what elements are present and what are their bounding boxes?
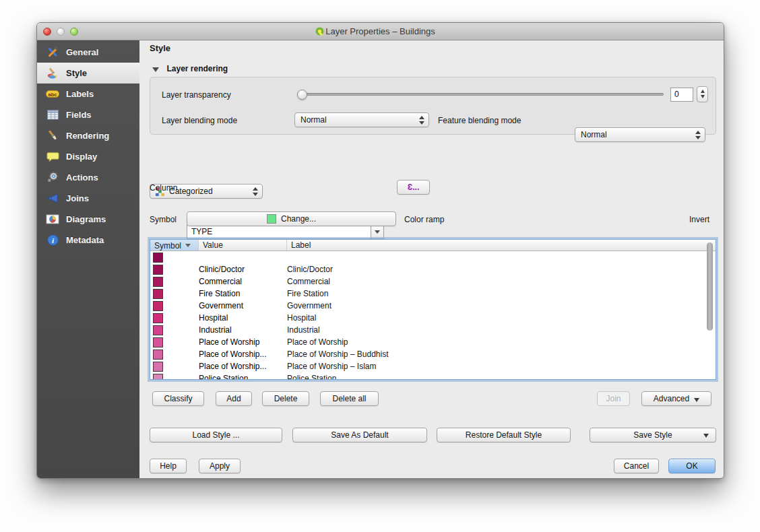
transparency-slider-handle[interactable] <box>297 90 307 100</box>
category-symbol-swatch[interactable] <box>153 362 163 372</box>
category-symbol-swatch[interactable] <box>153 374 163 380</box>
table-icon <box>46 108 59 122</box>
sidebar-item-display[interactable]: Display <box>37 146 139 167</box>
combo-arrow-icon[interactable] <box>371 225 383 238</box>
collapse-triangle-icon <box>152 67 159 72</box>
color-ramp-label: Color ramp <box>404 215 444 224</box>
ok-button[interactable]: OK <box>668 459 716 473</box>
page-title: Style <box>150 43 170 53</box>
table-row[interactable]: Fire StationFire Station <box>150 288 716 300</box>
category-symbol-swatch[interactable] <box>153 350 163 360</box>
table-row[interactable]: Place of Worship...Place of Worship – Is… <box>150 360 716 372</box>
column-header-symbol[interactable]: Symbol <box>150 240 199 251</box>
sidebar-item-diagrams[interactable]: Diagrams <box>37 209 139 230</box>
load-style-button[interactable]: Load Style ... <box>150 428 282 442</box>
category-label[interactable]: Commercial <box>287 277 716 286</box>
category-label[interactable]: Hospital <box>287 313 716 323</box>
table-scrollbar[interactable] <box>707 242 713 331</box>
save-as-default-button[interactable]: Save As Default <box>292 428 427 442</box>
column-header-label[interactable]: Label <box>287 240 716 251</box>
layer-rendering-groupbox <box>150 77 716 135</box>
category-symbol-swatch[interactable] <box>153 325 163 335</box>
gear-icon <box>46 171 59 185</box>
table-row[interactable] <box>150 251 716 263</box>
apply-button[interactable]: Apply <box>199 459 241 473</box>
category-value[interactable]: Hospital <box>199 313 287 323</box>
sidebar-item-metadata[interactable]: i Metadata <box>37 230 139 251</box>
sidebar-item-label: General <box>66 47 98 57</box>
classify-button[interactable]: Classify <box>152 391 204 406</box>
sidebar-item-label: Fields <box>66 110 92 120</box>
sort-descending-icon <box>185 244 191 247</box>
category-symbol-swatch[interactable] <box>153 301 163 311</box>
cancel-button[interactable]: Cancel <box>614 459 659 473</box>
category-symbol-swatch[interactable] <box>153 313 163 323</box>
table-row[interactable]: CommercialCommercial <box>150 275 716 288</box>
category-value[interactable]: Industrial <box>199 325 287 335</box>
category-value[interactable]: Commercial <box>199 277 287 286</box>
transparency-slider-track[interactable] <box>297 93 664 96</box>
svg-text:abc: abc <box>48 92 57 98</box>
category-symbol-swatch[interactable] <box>153 337 163 347</box>
category-value[interactable]: Government <box>199 301 287 310</box>
restore-default-style-button[interactable]: Restore Default Style <box>437 428 571 442</box>
category-value[interactable]: Fire Station <box>199 289 287 298</box>
sidebar-item-joins[interactable]: Joins <box>37 188 139 209</box>
category-label[interactable]: Place of Worship – Islam <box>287 362 716 371</box>
sidebar-item-rendering[interactable]: Rendering <box>37 125 139 146</box>
category-label[interactable]: Fire Station <box>287 289 716 298</box>
category-symbol-swatch[interactable] <box>153 289 163 299</box>
table-row[interactable]: Place of Worship...Place of Worship – Bu… <box>150 348 716 360</box>
table-row[interactable]: Police StationPolice Station <box>150 372 716 380</box>
sidebar-item-style[interactable]: Style <box>37 63 139 84</box>
table-row[interactable]: Clinic/DoctorClinic/Doctor <box>150 263 716 275</box>
titlebar: Layer Properties – Buildings <box>37 23 724 40</box>
expression-button[interactable]: Ɛ... <box>397 180 430 195</box>
category-label[interactable]: Government <box>287 301 716 310</box>
category-label[interactable]: Place of Worship <box>287 337 716 347</box>
table-row[interactable]: Place of WorshipPlace of Worship <box>150 336 716 348</box>
pie-chart-icon <box>46 213 59 226</box>
add-button[interactable]: Add <box>216 391 252 406</box>
table-row[interactable]: HospitalHospital <box>150 312 716 324</box>
join-button[interactable]: Join <box>597 391 630 406</box>
delete-all-button[interactable]: Delete all <box>320 391 379 406</box>
sidebar-item-labels[interactable]: abc Labels <box>37 84 139 104</box>
table-row[interactable]: GovernmentGovernment <box>150 300 716 312</box>
category-label[interactable]: Industrial <box>287 325 716 335</box>
transparency-spinner[interactable] <box>697 86 708 102</box>
column-value: TYPE <box>191 227 212 236</box>
layer-blending-label: Layer blending mode <box>162 116 237 125</box>
feature-blending-dropdown[interactable]: Normal <box>575 127 705 142</box>
layer-rendering-header[interactable]: Layer rendering <box>152 62 228 74</box>
category-value[interactable]: Place of Worship... <box>199 350 287 359</box>
category-symbol-swatch[interactable] <box>153 277 163 287</box>
delete-button[interactable]: Delete <box>262 391 309 406</box>
layer-blending-dropdown[interactable]: Normal <box>294 112 429 127</box>
table-row[interactable]: IndustrialIndustrial <box>150 324 716 336</box>
category-value[interactable]: Place of Worship... <box>199 362 287 371</box>
category-label[interactable]: Police Station <box>287 374 716 380</box>
transparency-label: Layer transparency <box>162 90 231 100</box>
advanced-button[interactable]: Advanced <box>641 391 711 406</box>
sidebar-item-actions[interactable]: Actions <box>37 167 139 188</box>
category-value[interactable]: Police Station <box>199 374 287 380</box>
transparency-value-field[interactable]: 0 <box>670 88 693 102</box>
join-icon <box>46 192 59 205</box>
menu-arrow-icon <box>703 434 709 438</box>
help-button[interactable]: Help <box>150 459 187 473</box>
sidebar-item-fields[interactable]: Fields <box>37 104 139 125</box>
column-combobox[interactable]: TYPE <box>187 224 384 239</box>
category-label[interactable]: Place of Worship – Buddhist <box>287 350 716 359</box>
save-style-button[interactable]: Save Style <box>590 428 716 442</box>
sidebar: General Style abc Labels Fields Renderin… <box>37 40 139 478</box>
category-symbol-swatch[interactable] <box>153 253 163 263</box>
category-value[interactable]: Clinic/Doctor <box>199 265 287 274</box>
sidebar-item-general[interactable]: General <box>37 42 139 63</box>
category-value[interactable]: Place of Worship <box>199 337 287 347</box>
category-symbol-swatch[interactable] <box>153 265 163 275</box>
sidebar-item-label: Display <box>66 152 97 162</box>
symbol-change-button[interactable]: Change... <box>187 211 396 226</box>
category-label[interactable]: Clinic/Doctor <box>287 265 716 274</box>
column-header-value[interactable]: Value <box>199 240 287 251</box>
